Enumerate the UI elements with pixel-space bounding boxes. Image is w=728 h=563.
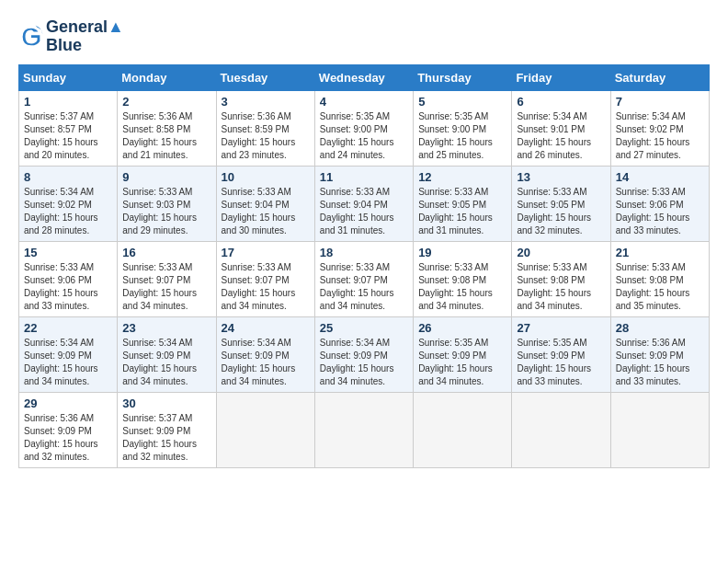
day-info: Sunrise: 5:34 AMSunset: 9:09 PMDaylight:… [24, 337, 112, 388]
day-info: Sunrise: 5:33 AMSunset: 9:05 PMDaylight:… [517, 186, 605, 237]
calendar-cell [216, 392, 314, 467]
calendar-cell: 12Sunrise: 5:33 AMSunset: 9:05 PMDayligh… [414, 166, 512, 241]
day-info: Sunrise: 5:37 AMSunset: 9:09 PMDaylight:… [122, 412, 210, 464]
day-info: Sunrise: 5:34 AMSunset: 9:09 PMDaylight:… [122, 337, 210, 388]
day-number: 9 [122, 170, 210, 184]
day-number: 27 [517, 321, 605, 335]
day-number: 30 [122, 396, 210, 410]
day-number: 22 [24, 321, 112, 335]
day-info: Sunrise: 5:35 AMSunset: 9:09 PMDaylight:… [418, 337, 506, 388]
day-info: Sunrise: 5:35 AMSunset: 9:00 PMDaylight:… [320, 110, 408, 162]
calendar-cell: 15Sunrise: 5:33 AMSunset: 9:06 PMDayligh… [19, 241, 118, 316]
calendar-cell: 28Sunrise: 5:36 AMSunset: 9:09 PMDayligh… [610, 316, 709, 392]
day-number: 7 [616, 95, 704, 109]
calendar-cell [512, 392, 610, 467]
day-number: 3 [222, 95, 310, 109]
day-info: Sunrise: 5:33 AMSunset: 9:03 PMDaylight:… [122, 186, 210, 237]
calendar-cell: 4Sunrise: 5:35 AMSunset: 9:00 PMDaylight… [314, 90, 413, 166]
calendar-cell: 20Sunrise: 5:33 AMSunset: 9:08 PMDayligh… [512, 241, 610, 316]
calendar-cell: 30Sunrise: 5:37 AMSunset: 9:09 PMDayligh… [118, 392, 216, 467]
calendar-cell: 2Sunrise: 5:36 AMSunset: 8:58 PMDaylight… [118, 90, 216, 166]
col-header-tuesday: Tuesday [216, 64, 314, 90]
calendar-cell: 8Sunrise: 5:34 AMSunset: 9:02 PMDaylight… [19, 166, 118, 241]
col-header-saturday: Saturday [610, 64, 709, 90]
day-number: 21 [616, 246, 704, 259]
day-number: 5 [418, 95, 506, 109]
day-info: Sunrise: 5:33 AMSunset: 9:04 PMDaylight:… [320, 186, 408, 237]
day-info: Sunrise: 5:33 AMSunset: 9:07 PMDaylight:… [320, 261, 408, 313]
calendar-cell: 16Sunrise: 5:33 AMSunset: 9:07 PMDayligh… [118, 241, 216, 316]
day-info: Sunrise: 5:34 AMSunset: 9:09 PMDaylight:… [320, 337, 408, 388]
day-info: Sunrise: 5:34 AMSunset: 9:09 PMDaylight:… [222, 337, 310, 388]
calendar-cell: 1Sunrise: 5:37 AMSunset: 8:57 PMDaylight… [19, 90, 118, 166]
day-info: Sunrise: 5:33 AMSunset: 9:07 PMDaylight:… [222, 261, 310, 313]
calendar-cell [314, 392, 413, 467]
calendar-cell: 22Sunrise: 5:34 AMSunset: 9:09 PMDayligh… [19, 316, 118, 392]
day-number: 12 [418, 170, 506, 184]
day-number: 13 [517, 170, 605, 184]
day-number: 23 [122, 321, 210, 335]
day-info: Sunrise: 5:35 AMSunset: 9:09 PMDaylight:… [517, 337, 605, 388]
day-number: 14 [616, 170, 704, 184]
day-info: Sunrise: 5:34 AMSunset: 9:02 PMDaylight:… [616, 110, 704, 162]
day-number: 24 [222, 321, 310, 335]
day-number: 1 [24, 95, 112, 109]
calendar-cell: 11Sunrise: 5:33 AMSunset: 9:04 PMDayligh… [314, 166, 413, 241]
day-number: 18 [320, 246, 408, 259]
calendar-cell: 6Sunrise: 5:34 AMSunset: 9:01 PMDaylight… [512, 90, 610, 166]
day-info: Sunrise: 5:33 AMSunset: 9:08 PMDaylight:… [517, 261, 605, 313]
day-info: Sunrise: 5:37 AMSunset: 8:57 PMDaylight:… [24, 110, 112, 162]
calendar-cell: 19Sunrise: 5:33 AMSunset: 9:08 PMDayligh… [414, 241, 512, 316]
day-info: Sunrise: 5:36 AMSunset: 8:59 PMDaylight:… [222, 110, 310, 162]
day-number: 15 [24, 246, 112, 259]
day-number: 10 [222, 170, 310, 184]
day-info: Sunrise: 5:34 AMSunset: 9:02 PMDaylight:… [24, 186, 112, 237]
logo-text: General▲ Blue [46, 18, 124, 55]
calendar-cell: 26Sunrise: 5:35 AMSunset: 9:09 PMDayligh… [414, 316, 512, 392]
logo: General▲ Blue [18, 18, 124, 55]
col-header-friday: Friday [512, 64, 610, 90]
calendar-cell: 13Sunrise: 5:33 AMSunset: 9:05 PMDayligh… [512, 166, 610, 241]
calendar-cell: 14Sunrise: 5:33 AMSunset: 9:06 PMDayligh… [610, 166, 709, 241]
day-number: 2 [122, 95, 210, 109]
day-info: Sunrise: 5:36 AMSunset: 8:58 PMDaylight:… [122, 110, 210, 162]
day-number: 19 [418, 246, 506, 259]
calendar-cell: 23Sunrise: 5:34 AMSunset: 9:09 PMDayligh… [118, 316, 216, 392]
calendar-cell [414, 392, 512, 467]
day-number: 16 [122, 246, 210, 259]
calendar-cell: 21Sunrise: 5:33 AMSunset: 9:08 PMDayligh… [610, 241, 709, 316]
day-info: Sunrise: 5:35 AMSunset: 9:00 PMDaylight:… [418, 110, 506, 162]
day-info: Sunrise: 5:33 AMSunset: 9:06 PMDaylight:… [24, 261, 112, 313]
day-info: Sunrise: 5:33 AMSunset: 9:08 PMDaylight:… [418, 261, 506, 313]
calendar-cell: 27Sunrise: 5:35 AMSunset: 9:09 PMDayligh… [512, 316, 610, 392]
calendar-cell: 5Sunrise: 5:35 AMSunset: 9:00 PMDaylight… [414, 90, 512, 166]
day-info: Sunrise: 5:33 AMSunset: 9:06 PMDaylight:… [616, 186, 704, 237]
day-number: 4 [320, 95, 408, 109]
calendar-cell: 3Sunrise: 5:36 AMSunset: 8:59 PMDaylight… [216, 90, 314, 166]
calendar-table: SundayMondayTuesdayWednesdayThursdayFrid… [18, 64, 710, 468]
day-number: 8 [24, 170, 112, 184]
day-info: Sunrise: 5:33 AMSunset: 9:05 PMDaylight:… [418, 186, 506, 237]
day-number: 29 [24, 396, 112, 410]
day-number: 25 [320, 321, 408, 335]
day-info: Sunrise: 5:36 AMSunset: 9:09 PMDaylight:… [24, 412, 112, 464]
day-number: 11 [320, 170, 408, 184]
day-info: Sunrise: 5:33 AMSunset: 9:04 PMDaylight:… [222, 186, 310, 237]
calendar-cell: 24Sunrise: 5:34 AMSunset: 9:09 PMDayligh… [216, 316, 314, 392]
col-header-wednesday: Wednesday [314, 64, 413, 90]
day-number: 17 [222, 246, 310, 259]
day-number: 26 [418, 321, 506, 335]
day-number: 20 [517, 246, 605, 259]
calendar-cell [610, 392, 709, 467]
calendar-cell: 17Sunrise: 5:33 AMSunset: 9:07 PMDayligh… [216, 241, 314, 316]
calendar-cell: 7Sunrise: 5:34 AMSunset: 9:02 PMDaylight… [610, 90, 709, 166]
day-number: 28 [616, 321, 704, 335]
calendar-cell: 29Sunrise: 5:36 AMSunset: 9:09 PMDayligh… [19, 392, 118, 467]
col-header-monday: Monday [118, 64, 216, 90]
day-info: Sunrise: 5:36 AMSunset: 9:09 PMDaylight:… [616, 337, 704, 388]
header: General▲ Blue [18, 18, 710, 55]
day-number: 6 [517, 95, 605, 109]
calendar-cell: 10Sunrise: 5:33 AMSunset: 9:04 PMDayligh… [216, 166, 314, 241]
day-info: Sunrise: 5:34 AMSunset: 9:01 PMDaylight:… [517, 110, 605, 162]
day-info: Sunrise: 5:33 AMSunset: 9:07 PMDaylight:… [122, 261, 210, 313]
